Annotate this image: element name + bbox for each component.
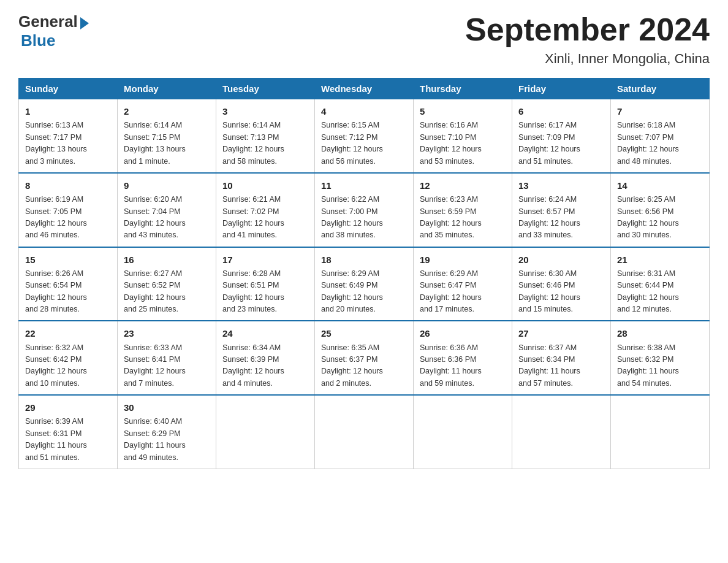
day-number-13: 13 xyxy=(518,178,604,193)
day-number-24: 24 xyxy=(222,326,308,340)
day-number-19: 19 xyxy=(420,253,506,267)
day-info-29: Sunrise: 6:39 AMSunset: 6:31 PMDaylight:… xyxy=(25,416,111,464)
day-info-1: Sunrise: 6:13 AMSunset: 7:17 PMDaylight:… xyxy=(25,120,111,167)
day-number-6: 6 xyxy=(518,104,604,118)
day-number-5: 5 xyxy=(420,104,506,118)
calendar-title: September 2024 xyxy=(465,12,710,47)
week-row-3: 15Sunrise: 6:26 AMSunset: 6:54 PMDayligh… xyxy=(19,247,710,321)
title-section: September 2024 Xinli, Inner Mongolia, Ch… xyxy=(465,12,710,67)
table-row: 5Sunrise: 6:16 AMSunset: 7:10 PMDaylight… xyxy=(414,99,512,173)
day-info-16: Sunrise: 6:27 AMSunset: 6:52 PMDaylight:… xyxy=(124,268,210,316)
day-info-8: Sunrise: 6:19 AMSunset: 7:05 PMDaylight:… xyxy=(25,194,111,242)
day-number-7: 7 xyxy=(617,104,703,118)
day-info-27: Sunrise: 6:37 AMSunset: 6:34 PMDaylight:… xyxy=(518,342,604,390)
table-row: 22Sunrise: 6:32 AMSunset: 6:42 PMDayligh… xyxy=(19,321,118,395)
table-row: 10Sunrise: 6:21 AMSunset: 7:02 PMDayligh… xyxy=(216,173,315,247)
day-info-20: Sunrise: 6:30 AMSunset: 6:46 PMDaylight:… xyxy=(518,268,604,316)
day-info-11: Sunrise: 6:22 AMSunset: 7:00 PMDaylight:… xyxy=(321,194,407,242)
table-row: 8Sunrise: 6:19 AMSunset: 7:05 PMDaylight… xyxy=(19,173,118,247)
header-thursday: Thursday xyxy=(414,79,512,99)
table-row xyxy=(315,395,414,469)
table-row: 26Sunrise: 6:36 AMSunset: 6:36 PMDayligh… xyxy=(414,321,512,395)
logo-arrow-icon xyxy=(80,17,89,29)
day-info-5: Sunrise: 6:16 AMSunset: 7:10 PMDaylight:… xyxy=(420,120,506,167)
day-info-19: Sunrise: 6:29 AMSunset: 6:47 PMDaylight:… xyxy=(420,268,506,316)
day-number-21: 21 xyxy=(617,253,703,267)
day-info-30: Sunrise: 6:40 AMSunset: 6:29 PMDaylight:… xyxy=(124,416,210,464)
day-number-3: 3 xyxy=(222,104,308,118)
calendar-table: Sunday Monday Tuesday Wednesday Thursday… xyxy=(18,78,710,469)
day-info-15: Sunrise: 6:26 AMSunset: 6:54 PMDaylight:… xyxy=(25,268,111,316)
day-number-9: 9 xyxy=(124,178,210,193)
table-row: 14Sunrise: 6:25 AMSunset: 6:56 PMDayligh… xyxy=(611,173,710,247)
logo-general: General xyxy=(18,12,78,31)
week-row-5: 29Sunrise: 6:39 AMSunset: 6:31 PMDayligh… xyxy=(19,395,710,469)
header-sunday: Sunday xyxy=(19,79,118,99)
table-row: 3Sunrise: 6:14 AMSunset: 7:13 PMDaylight… xyxy=(216,99,315,173)
day-info-10: Sunrise: 6:21 AMSunset: 7:02 PMDaylight:… xyxy=(222,194,308,242)
day-info-28: Sunrise: 6:38 AMSunset: 6:32 PMDaylight:… xyxy=(617,342,703,390)
table-row xyxy=(512,395,611,469)
week-row-1: 1Sunrise: 6:13 AMSunset: 7:17 PMDaylight… xyxy=(19,99,710,173)
table-row: 20Sunrise: 6:30 AMSunset: 6:46 PMDayligh… xyxy=(512,247,611,321)
header-wednesday: Wednesday xyxy=(315,79,414,99)
day-number-22: 22 xyxy=(25,326,111,340)
day-number-1: 1 xyxy=(25,104,111,118)
day-info-3: Sunrise: 6:14 AMSunset: 7:13 PMDaylight:… xyxy=(222,120,308,167)
logo-blue: Blue xyxy=(21,31,55,50)
day-number-20: 20 xyxy=(518,253,604,267)
header-friday: Friday xyxy=(512,79,611,99)
header-saturday: Saturday xyxy=(611,79,710,99)
day-number-29: 29 xyxy=(25,400,111,415)
day-info-12: Sunrise: 6:23 AMSunset: 6:59 PMDaylight:… xyxy=(420,194,506,242)
day-number-27: 27 xyxy=(518,326,604,340)
calendar-header-row: Sunday Monday Tuesday Wednesday Thursday… xyxy=(19,79,710,99)
logo: General Blue xyxy=(18,12,89,50)
day-info-25: Sunrise: 6:35 AMSunset: 6:37 PMDaylight:… xyxy=(321,342,407,390)
day-number-14: 14 xyxy=(617,178,703,193)
table-row: 27Sunrise: 6:37 AMSunset: 6:34 PMDayligh… xyxy=(512,321,611,395)
day-number-10: 10 xyxy=(222,178,308,193)
table-row: 15Sunrise: 6:26 AMSunset: 6:54 PMDayligh… xyxy=(19,247,118,321)
day-number-11: 11 xyxy=(321,178,407,193)
day-info-7: Sunrise: 6:18 AMSunset: 7:07 PMDaylight:… xyxy=(617,120,703,167)
day-info-14: Sunrise: 6:25 AMSunset: 6:56 PMDaylight:… xyxy=(617,194,703,242)
location-title: Xinli, Inner Mongolia, China xyxy=(465,51,710,67)
day-number-25: 25 xyxy=(321,326,407,340)
day-info-9: Sunrise: 6:20 AMSunset: 7:04 PMDaylight:… xyxy=(124,194,210,242)
day-number-2: 2 xyxy=(124,104,210,118)
day-number-18: 18 xyxy=(321,253,407,267)
day-number-28: 28 xyxy=(617,326,703,340)
table-row: 4Sunrise: 6:15 AMSunset: 7:12 PMDaylight… xyxy=(315,99,414,173)
table-row: 9Sunrise: 6:20 AMSunset: 7:04 PMDaylight… xyxy=(118,173,216,247)
table-row: 13Sunrise: 6:24 AMSunset: 6:57 PMDayligh… xyxy=(512,173,611,247)
table-row: 25Sunrise: 6:35 AMSunset: 6:37 PMDayligh… xyxy=(315,321,414,395)
header-tuesday: Tuesday xyxy=(216,79,315,99)
day-info-17: Sunrise: 6:28 AMSunset: 6:51 PMDaylight:… xyxy=(222,268,308,316)
table-row: 29Sunrise: 6:39 AMSunset: 6:31 PMDayligh… xyxy=(19,395,118,469)
table-row xyxy=(216,395,315,469)
day-number-26: 26 xyxy=(420,326,506,340)
table-row: 16Sunrise: 6:27 AMSunset: 6:52 PMDayligh… xyxy=(118,247,216,321)
day-number-17: 17 xyxy=(222,253,308,267)
table-row: 24Sunrise: 6:34 AMSunset: 6:39 PMDayligh… xyxy=(216,321,315,395)
day-number-8: 8 xyxy=(25,178,111,193)
table-row: 28Sunrise: 6:38 AMSunset: 6:32 PMDayligh… xyxy=(611,321,710,395)
table-row: 7Sunrise: 6:18 AMSunset: 7:07 PMDaylight… xyxy=(611,99,710,173)
day-number-16: 16 xyxy=(124,253,210,267)
table-row: 12Sunrise: 6:23 AMSunset: 6:59 PMDayligh… xyxy=(414,173,512,247)
day-info-21: Sunrise: 6:31 AMSunset: 6:44 PMDaylight:… xyxy=(617,268,703,316)
day-info-22: Sunrise: 6:32 AMSunset: 6:42 PMDaylight:… xyxy=(25,342,111,390)
table-row: 30Sunrise: 6:40 AMSunset: 6:29 PMDayligh… xyxy=(118,395,216,469)
day-info-23: Sunrise: 6:33 AMSunset: 6:41 PMDaylight:… xyxy=(124,342,210,390)
table-row: 21Sunrise: 6:31 AMSunset: 6:44 PMDayligh… xyxy=(611,247,710,321)
table-row: 6Sunrise: 6:17 AMSunset: 7:09 PMDaylight… xyxy=(512,99,611,173)
table-row: 19Sunrise: 6:29 AMSunset: 6:47 PMDayligh… xyxy=(414,247,512,321)
day-number-15: 15 xyxy=(25,253,111,267)
day-info-26: Sunrise: 6:36 AMSunset: 6:36 PMDaylight:… xyxy=(420,342,506,390)
day-info-13: Sunrise: 6:24 AMSunset: 6:57 PMDaylight:… xyxy=(518,194,604,242)
day-info-24: Sunrise: 6:34 AMSunset: 6:39 PMDaylight:… xyxy=(222,342,308,390)
page-header: General Blue September 2024 Xinli, Inner… xyxy=(18,12,710,67)
day-info-18: Sunrise: 6:29 AMSunset: 6:49 PMDaylight:… xyxy=(321,268,407,316)
day-info-2: Sunrise: 6:14 AMSunset: 7:15 PMDaylight:… xyxy=(124,120,210,167)
